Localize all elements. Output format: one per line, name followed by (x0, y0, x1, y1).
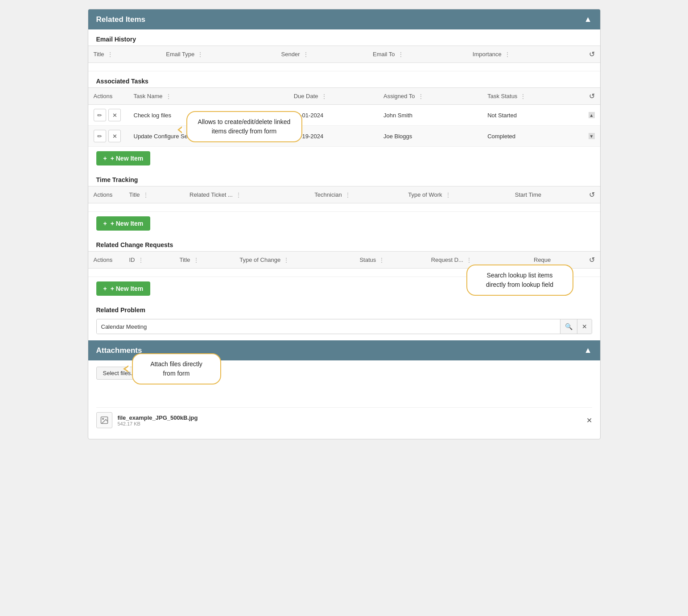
task-row1-actions: ✏ ✕ (88, 105, 128, 126)
scroll-down-arrow[interactable]: ▼ (589, 133, 595, 139)
tasks-col-status-dots[interactable]: ⋮ (520, 93, 526, 100)
file-name: file_example_JPG_500kB.jpg (118, 414, 198, 421)
cr-col-typeofchange: Type of Change ⋮ (234, 252, 354, 269)
col-sender-dots[interactable]: ⋮ (303, 51, 309, 58)
task-row1-status: Not Started (482, 105, 583, 126)
scroll-up-arrow[interactable]: ▲ (589, 112, 595, 118)
related-problem-label: Related Problem (88, 300, 600, 316)
tasks-refresh-col: ↺ (583, 88, 600, 105)
attach-tooltip-area: Select files... Attach files directlyfro… (96, 367, 143, 385)
related-problem-section: 🔍 ✕ (88, 316, 600, 340)
email-col-emailto: Email To ⋮ (367, 46, 467, 63)
associated-tasks-table: Actions Task Name ⋮ Due Date (88, 87, 600, 147)
attachments-content: Select files... Attach files directlyfro… (88, 360, 600, 439)
time-tracking-table-wrapper: Actions Title ⋮ Related Ticket ... ⋮ (88, 186, 600, 212)
tt-col-ticket-dots[interactable]: ⋮ (235, 191, 242, 198)
tasks-col-name: Task Name ⋮ (128, 88, 288, 105)
tt-refresh-icon[interactable]: ↺ (589, 191, 595, 198)
change-requests-wrapper: Actions ID ⋮ Title (88, 251, 600, 300)
cr-col-id-dots[interactable]: ⋮ (138, 256, 144, 264)
related-items-chevron[interactable]: ▲ (584, 15, 592, 24)
cr-col-title: Title ⋮ (174, 252, 234, 269)
tt-col-title-dots[interactable]: ⋮ (143, 191, 149, 198)
col-importance-dots[interactable]: ⋮ (504, 51, 511, 58)
tasks-refresh-icon[interactable]: ↺ (589, 92, 595, 100)
cr-plus-icon: + (103, 285, 107, 292)
lookup-search-button[interactable]: 🔍 (560, 319, 577, 334)
file-item-left: file_example_JPG_500kB.jpg 542.17 KB (96, 412, 198, 428)
task-row1-edit-button[interactable]: ✏ (94, 109, 106, 121)
col-emailtype-dots[interactable]: ⋮ (197, 51, 203, 58)
tt-col-work-dots[interactable]: ⋮ (445, 191, 451, 198)
col-emailto-dots[interactable]: ⋮ (398, 51, 404, 58)
plus-icon: + (103, 155, 107, 162)
email-refresh-icon[interactable]: ↺ (589, 50, 595, 58)
attachments-chevron[interactable]: ▲ (584, 346, 592, 355)
task-row1-scroll: ▲ (583, 105, 600, 126)
change-requests-label: Related Change Requests (88, 235, 600, 251)
associated-tasks-table-wrapper: Actions Task Name ⋮ Due Date (88, 87, 600, 147)
new-item-label: + New Item (111, 155, 144, 162)
tasks-col-assigned-dots[interactable]: ⋮ (418, 93, 424, 100)
attach-tooltip-callout: Attach files directlyfrom form (132, 353, 221, 384)
tt-col-title: Title ⋮ (124, 186, 185, 203)
cr-refresh-col: ↺ (584, 252, 600, 269)
table-row: ✏ ✕ Update Configure Settings 04-19-2024… (88, 126, 600, 147)
email-col-type: Email Type ⋮ (161, 46, 276, 63)
file-remove-button[interactable]: ✕ (586, 416, 592, 425)
email-col-importance: Importance ⋮ (467, 46, 584, 63)
col-title-dots[interactable]: ⋮ (107, 51, 113, 58)
related-problem-input[interactable] (97, 320, 560, 334)
email-history-label: Email History (88, 29, 600, 45)
change-requests-new-item-button[interactable]: + + New Item (96, 281, 151, 296)
cr-col-actions: Actions (88, 252, 124, 269)
cr-col-typeofchange-dots[interactable]: ⋮ (283, 256, 289, 264)
task-row1-delete-button[interactable]: ✕ (108, 109, 121, 121)
tasks-col-name-dots[interactable]: ⋮ (165, 93, 172, 100)
cr-new-item-label: + New Item (111, 285, 144, 292)
task-row2-status: Completed (482, 126, 583, 147)
associated-tasks-wrapper: Actions Task Name ⋮ Due Date (88, 87, 600, 147)
lookup-field-row: 🔍 ✕ (96, 319, 592, 334)
email-col-title: Title ⋮ (88, 46, 161, 63)
cr-col-requestd-dots[interactable]: ⋮ (466, 256, 472, 264)
associated-tasks-new-item-button[interactable]: + + New Item (96, 151, 151, 165)
search-icon: 🔍 (565, 323, 573, 330)
main-container: Related Items ▲ Email History Title ⋮ (88, 9, 601, 439)
tasks-col-status: Task Status ⋮ (482, 88, 583, 105)
file-image-icon (96, 412, 112, 428)
time-tracking-new-item-button[interactable]: + + New Item (96, 216, 151, 231)
task-row2-edit-button[interactable]: ✏ (94, 130, 106, 142)
tt-empty-row (88, 203, 600, 212)
task-row2-delete-button[interactable]: ✕ (108, 130, 121, 142)
file-item: file_example_JPG_500kB.jpg 542.17 KB ✕ (96, 407, 592, 433)
email-empty-row (88, 63, 600, 71)
tt-col-work: Type of Work ⋮ (403, 186, 510, 203)
attachments-title: Attachments (96, 346, 142, 355)
cr-col-title-dots[interactable]: ⋮ (193, 256, 199, 264)
tt-col-tech-dots[interactable]: ⋮ (345, 191, 351, 198)
task-row2-scroll: ▼ (583, 126, 600, 147)
tasks-col-assigned: Assigned To ⋮ (378, 88, 482, 105)
cr-col-status-dots[interactable]: ⋮ (379, 256, 385, 264)
tt-refresh-col: ↺ (584, 186, 600, 203)
lookup-clear-icon: ✕ (582, 323, 587, 330)
tt-plus-icon: + (103, 220, 107, 227)
tasks-col-actions: Actions (88, 88, 128, 105)
tt-col-ticket: Related Ticket ... ⋮ (184, 186, 309, 203)
tt-col-tech: Technician ⋮ (309, 186, 403, 203)
tasks-col-duedate: Due Date ⋮ (288, 88, 378, 105)
lookup-clear-button[interactable]: ✕ (577, 319, 592, 334)
related-items-header: Related Items ▲ (88, 9, 600, 29)
cr-refresh-icon[interactable]: ↺ (589, 256, 595, 264)
email-col-sender: Sender ⋮ (276, 46, 367, 63)
task-row2-actions: ✏ ✕ (88, 126, 128, 147)
tasks-col-duedate-dots[interactable]: ⋮ (321, 93, 327, 100)
cr-col-status: Status ⋮ (354, 252, 425, 269)
file-info: file_example_JPG_500kB.jpg 542.17 KB (118, 414, 198, 426)
tt-col-start: Start Time (510, 186, 584, 203)
task-row2-assigned: Joe Bloggs (378, 126, 482, 147)
time-tracking-table: Actions Title ⋮ Related Ticket ... ⋮ (88, 186, 600, 212)
tasks-tooltip-callout: Allows to create/edit/delete linkeditems… (186, 111, 302, 142)
tt-new-item-label: + New Item (111, 220, 144, 227)
